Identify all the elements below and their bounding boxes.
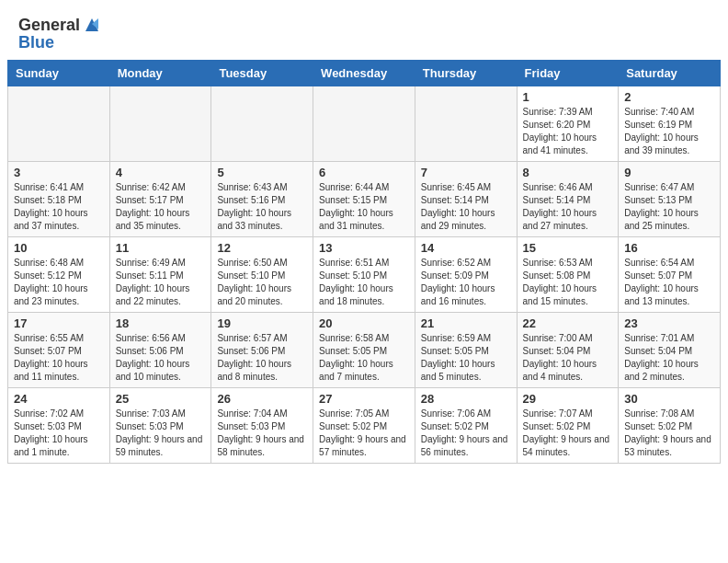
calendar-cell: 15Sunrise: 6:53 AM Sunset: 5:08 PM Dayli… [517, 237, 619, 313]
calendar-cell [8, 86, 110, 162]
calendar-cell: 18Sunrise: 6:56 AM Sunset: 5:06 PM Dayli… [109, 313, 211, 388]
logo-icon [82, 15, 102, 35]
day-number: 6 [319, 166, 409, 179]
calendar-week-row: 17Sunrise: 6:55 AM Sunset: 5:07 PM Dayli… [8, 313, 721, 388]
calendar-cell: 13Sunrise: 6:51 AM Sunset: 5:10 PM Dayli… [313, 237, 415, 313]
calendar-cell: 4Sunrise: 6:42 AM Sunset: 5:17 PM Daylig… [109, 162, 211, 237]
day-info: Sunrise: 6:46 AM Sunset: 5:14 PM Dayligh… [523, 181, 613, 233]
day-number: 5 [217, 166, 307, 179]
calendar-cell: 7Sunrise: 6:45 AM Sunset: 5:14 PM Daylig… [415, 162, 517, 237]
calendar-cell: 11Sunrise: 6:49 AM Sunset: 5:11 PM Dayli… [109, 237, 211, 313]
day-number: 23 [624, 316, 714, 330]
day-number: 21 [421, 316, 511, 330]
day-number: 3 [14, 166, 104, 179]
day-info: Sunrise: 6:57 AM Sunset: 5:06 PM Dayligh… [217, 332, 307, 384]
day-info: Sunrise: 7:02 AM Sunset: 5:03 PM Dayligh… [14, 408, 104, 459]
day-info: Sunrise: 7:00 AM Sunset: 5:04 PM Dayligh… [523, 332, 613, 384]
page-header: General Blue [0, 0, 728, 60]
day-info: Sunrise: 7:05 AM Sunset: 5:02 PM Dayligh… [319, 408, 409, 459]
day-info: Sunrise: 6:54 AM Sunset: 5:07 PM Dayligh… [624, 257, 714, 308]
day-info: Sunrise: 7:39 AM Sunset: 6:20 PM Dayligh… [523, 106, 613, 157]
calendar-header-row: SundayMondayTuesdayWednesdayThursdayFrid… [8, 61, 721, 86]
day-number: 4 [116, 166, 206, 179]
day-info: Sunrise: 6:58 AM Sunset: 5:05 PM Dayligh… [319, 332, 409, 384]
calendar-cell: 12Sunrise: 6:50 AM Sunset: 5:10 PM Dayli… [211, 237, 313, 313]
day-info: Sunrise: 6:52 AM Sunset: 5:09 PM Dayligh… [421, 257, 511, 308]
day-number: 25 [116, 392, 206, 406]
column-header-tuesday: Tuesday [211, 61, 313, 86]
day-number: 17 [14, 316, 104, 330]
logo-general: General [18, 16, 80, 34]
day-info: Sunrise: 7:08 AM Sunset: 5:02 PM Dayligh… [624, 408, 714, 459]
day-info: Sunrise: 6:55 AM Sunset: 5:07 PM Dayligh… [14, 332, 104, 384]
column-header-sunday: Sunday [8, 61, 110, 86]
day-info: Sunrise: 6:48 AM Sunset: 5:12 PM Dayligh… [14, 257, 104, 308]
day-number: 30 [624, 392, 714, 406]
day-info: Sunrise: 6:47 AM Sunset: 5:13 PM Dayligh… [624, 181, 714, 233]
day-number: 22 [523, 316, 613, 330]
column-header-thursday: Thursday [415, 61, 517, 86]
calendar-cell: 9Sunrise: 6:47 AM Sunset: 5:13 PM Daylig… [619, 162, 721, 237]
calendar-cell: 5Sunrise: 6:43 AM Sunset: 5:16 PM Daylig… [211, 162, 313, 237]
day-info: Sunrise: 6:56 AM Sunset: 5:06 PM Dayligh… [116, 332, 206, 384]
column-header-monday: Monday [109, 61, 211, 86]
day-number: 19 [217, 316, 307, 330]
day-number: 13 [319, 241, 409, 255]
day-info: Sunrise: 7:07 AM Sunset: 5:02 PM Dayligh… [523, 408, 613, 459]
calendar-cell: 2Sunrise: 7:40 AM Sunset: 6:19 PM Daylig… [619, 86, 721, 162]
column-header-saturday: Saturday [619, 61, 721, 86]
day-info: Sunrise: 7:06 AM Sunset: 5:02 PM Dayligh… [421, 408, 511, 459]
calendar-week-row: 1Sunrise: 7:39 AM Sunset: 6:20 PM Daylig… [8, 86, 721, 162]
day-info: Sunrise: 6:59 AM Sunset: 5:05 PM Dayligh… [421, 332, 511, 384]
calendar-cell: 14Sunrise: 6:52 AM Sunset: 5:09 PM Dayli… [415, 237, 517, 313]
day-number: 14 [421, 241, 511, 255]
calendar-cell: 3Sunrise: 6:41 AM Sunset: 5:18 PM Daylig… [8, 162, 110, 237]
calendar-cell: 10Sunrise: 6:48 AM Sunset: 5:12 PM Dayli… [8, 237, 110, 313]
calendar-week-row: 10Sunrise: 6:48 AM Sunset: 5:12 PM Dayli… [8, 237, 721, 313]
calendar-body: 1Sunrise: 7:39 AM Sunset: 6:20 PM Daylig… [8, 86, 721, 464]
calendar-cell: 20Sunrise: 6:58 AM Sunset: 5:05 PM Dayli… [313, 313, 415, 388]
day-number: 12 [217, 241, 307, 255]
logo: General Blue [18, 15, 102, 52]
calendar-cell: 6Sunrise: 6:44 AM Sunset: 5:15 PM Daylig… [313, 162, 415, 237]
day-info: Sunrise: 7:40 AM Sunset: 6:19 PM Dayligh… [624, 106, 714, 157]
calendar-cell: 27Sunrise: 7:05 AM Sunset: 5:02 PM Dayli… [313, 388, 415, 464]
calendar-cell: 8Sunrise: 6:46 AM Sunset: 5:14 PM Daylig… [517, 162, 619, 237]
day-info: Sunrise: 6:50 AM Sunset: 5:10 PM Dayligh… [217, 257, 307, 308]
day-number: 29 [523, 392, 613, 406]
day-number: 9 [624, 166, 714, 179]
day-number: 27 [319, 392, 409, 406]
day-number: 26 [217, 392, 307, 406]
calendar-week-row: 24Sunrise: 7:02 AM Sunset: 5:03 PM Dayli… [8, 388, 721, 464]
column-header-friday: Friday [517, 61, 619, 86]
day-info: Sunrise: 6:49 AM Sunset: 5:11 PM Dayligh… [116, 257, 206, 308]
day-info: Sunrise: 6:43 AM Sunset: 5:16 PM Dayligh… [217, 181, 307, 233]
calendar-table: SundayMondayTuesdayWednesdayThursdayFrid… [7, 60, 721, 464]
day-number: 24 [14, 392, 104, 406]
day-info: Sunrise: 6:53 AM Sunset: 5:08 PM Dayligh… [523, 257, 613, 308]
calendar-cell: 23Sunrise: 7:01 AM Sunset: 5:04 PM Dayli… [619, 313, 721, 388]
day-info: Sunrise: 6:42 AM Sunset: 5:17 PM Dayligh… [116, 181, 206, 233]
calendar-cell: 22Sunrise: 7:00 AM Sunset: 5:04 PM Dayli… [517, 313, 619, 388]
day-info: Sunrise: 7:04 AM Sunset: 5:03 PM Dayligh… [217, 408, 307, 459]
day-info: Sunrise: 6:41 AM Sunset: 5:18 PM Dayligh… [14, 181, 104, 233]
calendar-cell: 26Sunrise: 7:04 AM Sunset: 5:03 PM Dayli… [211, 388, 313, 464]
calendar-cell: 24Sunrise: 7:02 AM Sunset: 5:03 PM Dayli… [8, 388, 110, 464]
day-number: 16 [624, 241, 714, 255]
calendar-cell: 29Sunrise: 7:07 AM Sunset: 5:02 PM Dayli… [517, 388, 619, 464]
calendar-cell: 28Sunrise: 7:06 AM Sunset: 5:02 PM Dayli… [415, 388, 517, 464]
calendar-cell: 25Sunrise: 7:03 AM Sunset: 5:03 PM Dayli… [109, 388, 211, 464]
day-number: 15 [523, 241, 613, 255]
day-info: Sunrise: 6:44 AM Sunset: 5:15 PM Dayligh… [319, 181, 409, 233]
day-number: 8 [523, 166, 613, 179]
day-number: 1 [523, 90, 613, 104]
day-info: Sunrise: 7:03 AM Sunset: 5:03 PM Dayligh… [116, 408, 206, 459]
column-header-wednesday: Wednesday [313, 61, 415, 86]
calendar-cell [109, 86, 211, 162]
calendar-cell: 21Sunrise: 6:59 AM Sunset: 5:05 PM Dayli… [415, 313, 517, 388]
calendar-cell [415, 86, 517, 162]
calendar-cell: 1Sunrise: 7:39 AM Sunset: 6:20 PM Daylig… [517, 86, 619, 162]
day-number: 18 [116, 316, 206, 330]
day-number: 10 [14, 241, 104, 255]
day-info: Sunrise: 6:51 AM Sunset: 5:10 PM Dayligh… [319, 257, 409, 308]
